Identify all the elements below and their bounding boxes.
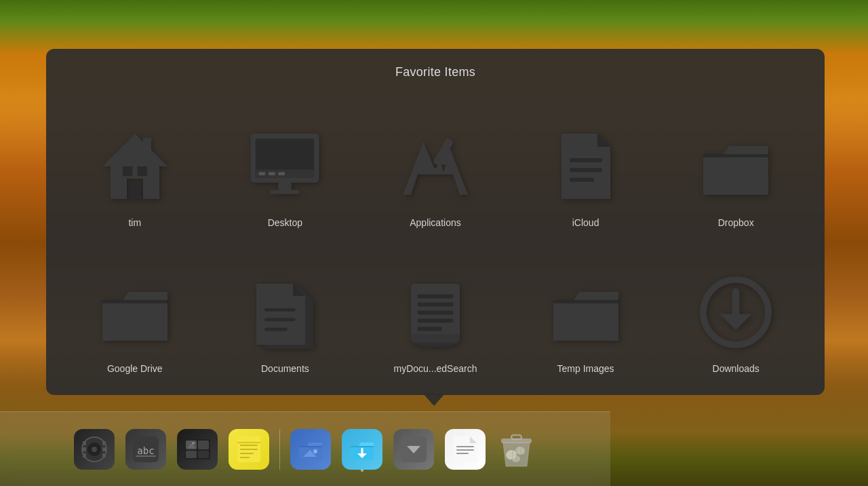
svg-point-40 (92, 447, 97, 452)
svg-rect-59 (240, 449, 258, 450)
favorite-item-mydocumented-label: myDocu...edSearch (394, 363, 477, 375)
svg-rect-29 (418, 311, 454, 315)
svg-rect-44 (102, 441, 106, 445)
svg-rect-1 (128, 183, 141, 199)
popup-title: Favorite Items (395, 65, 475, 79)
favorite-item-tim[interactable]: tim (60, 96, 210, 236)
svg-rect-54 (198, 451, 209, 458)
svg-rect-41 (83, 441, 86, 445)
svg-rect-8 (271, 190, 300, 194)
photosfolder-icon (290, 429, 331, 470)
svg-rect-58 (240, 445, 258, 446)
svg-rect-53 (186, 451, 197, 458)
favorite-item-desktop[interactable]: Desktop (210, 96, 361, 236)
svg-rect-21 (703, 154, 768, 157)
svg-rect-22 (102, 300, 167, 303)
favorite-item-icloud[interactable]: iCloud (511, 96, 661, 236)
favorite-item-tim-label: tim (128, 217, 141, 229)
stacks-icon (393, 429, 434, 470)
svg-rect-11 (269, 172, 275, 175)
svg-rect-76 (511, 435, 521, 439)
svg-rect-24 (264, 318, 296, 322)
favorite-item-downloads-label: Downloads (713, 363, 760, 375)
svg-rect-19 (570, 168, 602, 172)
svg-rect-72 (456, 446, 474, 447)
filestack-icon (391, 268, 479, 356)
tempimages-icon (542, 268, 630, 356)
favorite-item-dropbox[interactable]: Dropbox (660, 96, 811, 236)
svg-rect-18 (570, 158, 602, 162)
svg-marker-37 (719, 314, 752, 331)
favorite-item-applications[interactable]: Applications (360, 96, 511, 236)
dock-item-notes[interactable] (225, 426, 273, 473)
svg-rect-31 (418, 327, 442, 331)
imagebrowser-icon (177, 429, 218, 470)
googledrive-icon (91, 268, 179, 356)
svg-rect-15 (418, 168, 454, 174)
favorite-item-tempimages-label: Temp Images (557, 363, 614, 375)
svg-rect-12 (279, 172, 285, 175)
svg-point-56 (192, 442, 195, 445)
favorite-item-applications-label: Applications (410, 217, 461, 229)
favorite-item-dropbox-label: Dropbox (718, 217, 754, 229)
favorite-items-popup: Favorite Items tim (46, 49, 825, 395)
favorite-item-desktop-label: Desktop (268, 217, 302, 229)
svg-rect-49 (136, 455, 156, 457)
favorite-item-googledrive[interactable]: Google Drive (60, 242, 210, 382)
svg-rect-25 (264, 328, 288, 331)
svg-rect-27 (418, 295, 454, 299)
svg-rect-28 (418, 303, 454, 307)
svg-rect-60 (240, 453, 254, 454)
home-icon (91, 122, 179, 210)
svg-rect-3 (137, 166, 146, 176)
svg-rect-66 (351, 446, 374, 447)
popup-arrow (423, 394, 445, 406)
svg-rect-61 (240, 457, 250, 458)
favorite-item-icloud-label: iCloud (572, 217, 599, 229)
desktop-icon (241, 122, 329, 210)
svg-rect-33 (411, 335, 460, 343)
svg-rect-46 (102, 453, 106, 457)
dock-item-textedit[interactable] (441, 426, 489, 473)
svg-rect-63 (299, 446, 322, 447)
favorite-item-downloads[interactable]: Downloads (660, 242, 811, 382)
notes-icon (229, 429, 269, 470)
favorite-item-googledrive-label: Google Drive (107, 363, 163, 375)
dock-item-filmroll[interactable] (71, 426, 118, 473)
favorite-item-mydocumented[interactable]: myDocu...edSearch (360, 242, 511, 382)
rename-icon: abc (125, 429, 166, 470)
svg-rect-43 (83, 453, 86, 457)
svg-rect-42 (83, 447, 86, 451)
dock-item-photosfolder[interactable] (287, 426, 334, 473)
svg-rect-4 (143, 138, 151, 154)
textedit-icon (445, 429, 486, 470)
svg-point-65 (313, 449, 317, 453)
dock-item-imagebrowser[interactable] (174, 426, 221, 473)
dock-item-rename[interactable]: abc (122, 426, 170, 473)
svg-rect-23 (264, 308, 296, 312)
dock-item-trash[interactable] (493, 426, 540, 473)
dock-item-downloadfolder[interactable] (338, 426, 386, 473)
svg-rect-30 (418, 319, 454, 323)
svg-rect-7 (279, 183, 292, 191)
filmroll-icon (74, 429, 115, 470)
svg-rect-45 (102, 447, 106, 451)
dropbox-icon (692, 122, 780, 210)
svg-rect-74 (456, 453, 469, 454)
dock-active-indicator (361, 469, 363, 472)
icloud-icon (542, 122, 630, 210)
trash-icon (496, 429, 537, 470)
favorites-grid: tim Desktop (60, 96, 811, 381)
svg-rect-20 (570, 178, 594, 182)
applications-icon (391, 122, 479, 210)
downloadfolder-icon (342, 429, 382, 470)
documents-icon (241, 268, 329, 356)
dock-item-stacks[interactable] (390, 426, 437, 473)
dock: abc (0, 411, 610, 486)
dock-separator (279, 429, 280, 470)
svg-rect-62 (237, 442, 260, 443)
favorite-item-documents[interactable]: Documents (210, 242, 361, 382)
svg-rect-34 (553, 300, 618, 303)
svg-rect-10 (259, 172, 266, 175)
favorite-item-tempimages[interactable]: Temp Images (511, 242, 661, 382)
